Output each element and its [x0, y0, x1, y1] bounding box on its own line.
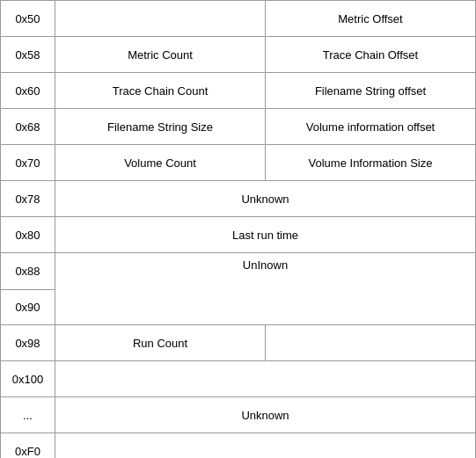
full-cell [55, 433, 475, 458]
address-cell: 0x68 [1, 109, 55, 144]
right-cell: Volume Information Size [266, 145, 475, 180]
address-cell: 0x60 [1, 73, 55, 108]
table-row: 0x100 [1, 361, 475, 397]
left-cell: Filename String Size [55, 109, 266, 144]
address-cell: 0x70 [1, 145, 55, 180]
left-cell: Trace Chain Count [55, 73, 266, 108]
address-cell: 0x88 [1, 253, 55, 289]
memory-layout-table: 0x50 Metric Offset 0x58 Metric Count Tra… [0, 0, 476, 458]
address-cell: ... [1, 397, 55, 433]
left-cell: Metric Count [55, 37, 266, 72]
full-cell: Unknown [55, 181, 475, 216]
address-cell: 0x50 [1, 1, 55, 36]
left-cell [55, 1, 266, 36]
table-row: 0x80 Last run time [1, 217, 475, 253]
left-cell: Volume Count [55, 145, 266, 180]
table-row: 0x58 Metric Count Trace Chain Offset [1, 37, 475, 73]
full-cell: UnInown [55, 253, 475, 277]
table-row: 0xF0 [1, 433, 475, 458]
full-cell: Unknown [55, 397, 475, 433]
address-cell: 0x98 [1, 325, 55, 360]
address-cell: 0x80 [1, 217, 55, 252]
right-cell: Volume information offset [266, 109, 475, 144]
right-cell: Trace Chain Offset [266, 37, 475, 72]
full-cell: Last run time [55, 217, 475, 252]
table-row: 0x60 Trace Chain Count Filename String o… [1, 73, 475, 109]
address-cell: 0x90 [1, 289, 55, 324]
right-cell: Metric Offset [266, 1, 475, 36]
table-row: 0x50 Metric Offset [1, 1, 475, 37]
table-row: ... Unknown [1, 397, 475, 433]
table-row: 0x78 Unknown [1, 181, 475, 217]
address-cell: 0x58 [1, 37, 55, 72]
left-cell: Run Count [55, 325, 266, 360]
table-row: 0x70 Volume Count Volume Information Siz… [1, 145, 475, 181]
address-cell: 0x100 [1, 361, 55, 396]
table-row: 0x98 Run Count [1, 325, 475, 361]
right-cell [266, 325, 475, 360]
right-cell: Filename String offset [266, 73, 475, 108]
address-cell: 0xF0 [1, 433, 55, 458]
address-cell: 0x78 [1, 181, 55, 216]
full-cell [55, 361, 475, 396]
table-row: 0x68 Filename String Size Volume informa… [1, 109, 475, 145]
table-row: 0x90 UnInown [1, 289, 475, 325]
